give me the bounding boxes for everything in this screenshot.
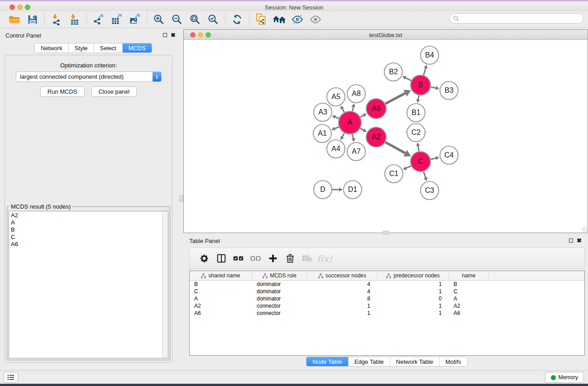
splitter-grip-horizontal[interactable] [382,231,389,234]
zoom-selected-icon[interactable] [206,13,221,26]
export-network-icon[interactable] [91,13,106,26]
zoom-in-icon[interactable] [151,13,167,26]
cell-mcds_role[interactable]: dominator [252,295,307,302]
graph-edge-A-A1[interactable] [335,127,339,129]
graph-node-B2[interactable]: B2 [384,63,402,81]
import-network-icon[interactable] [49,13,64,26]
open-folder-icon[interactable] [7,13,22,26]
graph-edge-A2-C[interactable] [385,142,405,153]
graph-node-A4[interactable]: A4 [327,140,345,158]
table-row[interactable]: Cdominator41C [190,288,584,295]
select-all-icon[interactable] [231,252,246,265]
table-row[interactable]: A6connector11A6 [190,310,584,317]
cell-shared_name[interactable]: A [190,295,252,302]
mcds-result-item[interactable]: C [9,233,168,240]
graph-edge-B-B4[interactable] [424,68,426,75]
cell-predecessors[interactable]: 1 [378,310,449,317]
mcds-result-item[interactable]: A2 [9,211,168,219]
graph-edge-A-A4[interactable] [342,133,344,137]
memory-button[interactable]: Memory [545,372,584,383]
scrollbar[interactable] [162,211,168,358]
graph-edge-A-A5[interactable] [342,109,344,112]
import-table-icon[interactable] [67,13,82,26]
cell-name[interactable]: A [449,295,489,302]
export-image-icon[interactable] [127,13,143,26]
graph-edge-A-A3[interactable] [335,117,339,119]
graph-node-A[interactable]: A [339,111,361,134]
cell-shared_name[interactable]: C [190,288,252,295]
cell-name[interactable]: A6 [449,310,489,317]
zoom-fit-icon[interactable] [187,13,203,26]
graph-edge-C-C3[interactable] [424,172,425,178]
graph-node-A7[interactable]: A7 [347,143,365,161]
graph-edge-B-B3[interactable] [431,87,436,88]
graph-node-C1[interactable]: C1 [385,165,403,183]
network-graph-canvas[interactable]: B4B2BB3A8A5A6A3B1AA1C2A2A4A7C4CC1DD1C3 [184,40,588,233]
search-field[interactable] [449,13,583,24]
graph-edge-A-A7[interactable] [353,134,354,138]
close-panel-icon[interactable]: ✖ [577,238,582,243]
columns-icon[interactable] [214,252,229,265]
cell-name[interactable]: A2 [449,302,489,310]
column-header-name[interactable]: name [449,271,489,280]
cell-predecessors[interactable]: 1 [378,302,449,310]
graph-node-B1[interactable]: B1 [407,104,425,122]
tab-network-table[interactable]: Network Table [390,357,440,366]
home-networks-icon[interactable] [272,13,287,26]
cell-shared_name[interactable]: B [190,281,252,288]
mcds-result-item[interactable]: A6 [9,240,168,248]
graph-node-A1[interactable]: A1 [313,124,331,143]
float-panel-icon[interactable] [163,33,167,37]
table-row[interactable]: Bdominator41B [190,281,584,288]
cell-successors[interactable]: 8 [307,295,378,302]
cell-shared_name[interactable]: A6 [190,310,252,317]
graph-edge-A-A6[interactable] [360,115,363,117]
graph-node-D[interactable]: D [314,181,332,199]
mcds-result-item[interactable]: B [9,226,168,233]
float-panel-icon[interactable] [569,238,573,243]
cell-predecessors[interactable]: 0 [378,295,449,302]
show-eye-icon[interactable] [308,13,323,26]
tab-motifs[interactable]: Motifs [440,357,467,366]
graph-edge-C-C1[interactable] [406,166,411,168]
graph-node-D1[interactable]: D1 [344,181,362,199]
mcds-result-item[interactable]: A [9,219,168,226]
duplicate-network-icon[interactable] [253,13,269,26]
graph-node-B3[interactable]: B3 [440,81,458,100]
graph-node-C3[interactable]: C3 [421,181,439,200]
cell-mcds_role[interactable]: connector [252,310,307,317]
cell-mcds_role[interactable]: dominator [252,288,307,295]
gear-icon[interactable] [196,252,212,265]
hide-eye-icon[interactable] [290,13,305,26]
deselect-all-icon[interactable] [248,252,263,265]
graph-edge-A6-B[interactable] [385,93,405,104]
cell-successors[interactable]: 1 [307,302,378,310]
graph-edge-C-C4[interactable] [430,158,435,159]
graph-node-A2[interactable]: A2 [366,127,386,147]
graph-edge-A-A8[interactable] [353,107,354,111]
tab-mcds[interactable]: MCDS [123,43,152,52]
graph-node-B4[interactable]: B4 [421,46,439,64]
cell-predecessors[interactable]: 1 [378,288,449,295]
search-input[interactable] [459,15,583,22]
table-row[interactable]: Adominator80A [190,295,584,302]
criterion-dropdown[interactable]: largest connected component (directed) ▲… [16,71,162,82]
cell-successors[interactable]: 1 [307,310,378,317]
delete-table-icon[interactable] [300,252,315,265]
cell-shared_name[interactable]: A2 [190,302,252,310]
cell-predecessors[interactable]: 1 [378,281,449,288]
mcds-result-list[interactable]: A2ABCA6 [9,211,168,358]
graph-node-C4[interactable]: C4 [440,146,458,164]
graph-edge-B-B2[interactable] [406,78,411,81]
graph-node-A5[interactable]: A5 [327,88,345,106]
column-header-MCDS-role[interactable]: MCDS role [252,271,307,280]
cell-mcds_role[interactable]: dominator [252,281,307,288]
graph-node-B[interactable]: B [411,75,430,95]
graph-edge-A-A2[interactable] [360,129,363,130]
graph-edge-B-B1[interactable] [418,95,419,100]
task-list-button[interactable] [4,372,18,383]
graph-node-C[interactable]: C [411,152,430,172]
save-icon[interactable] [25,13,40,26]
splitter-grip-vertical[interactable] [179,195,183,202]
tab-network[interactable]: Network [35,43,69,52]
